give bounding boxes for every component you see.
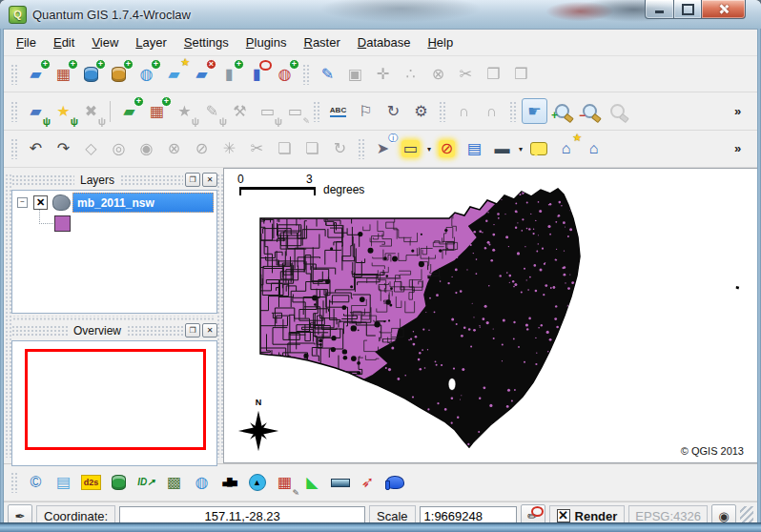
toolbar-attributes: ↶↷◇◎◉⊗⊘✳✂❏❏↻➤ⓘ▭▾⊘▤▬▾⌂★⌂» bbox=[4, 131, 757, 168]
close-button[interactable] bbox=[701, 0, 746, 19]
select-features-button[interactable]: ▭ bbox=[398, 136, 423, 162]
measure-button-dropdown[interactable]: ▾ bbox=[517, 145, 524, 153]
dock-handle[interactable] bbox=[5, 174, 11, 458]
menu-file[interactable]: File bbox=[8, 31, 45, 53]
dock-handle-right[interactable] bbox=[216, 174, 223, 458]
toolbar-drag-handle[interactable] bbox=[358, 138, 365, 159]
menu-settings[interactable]: Settings bbox=[175, 31, 237, 53]
menu-edit[interactable]: Edit bbox=[45, 31, 83, 53]
zoom-in-button[interactable]: + bbox=[549, 98, 575, 124]
undo-button[interactable]: ↶ bbox=[23, 136, 49, 162]
merge-features-button: ❏ bbox=[272, 136, 298, 162]
toolbar-drag-handle[interactable] bbox=[302, 64, 310, 85]
panel-float-icon[interactable] bbox=[185, 173, 200, 187]
toolbar-extension-row2-button[interactable]: » bbox=[725, 98, 751, 124]
pan-map-button[interactable]: ☛ bbox=[522, 98, 547, 124]
deselect-features-button[interactable]: ⊘ bbox=[434, 136, 460, 162]
menu-view[interactable]: View bbox=[83, 31, 127, 53]
add-vector-layer-button[interactable]: ▰+ bbox=[23, 61, 49, 87]
layers-panel-header[interactable]: Layers bbox=[11, 170, 217, 190]
minimize-button[interactable] bbox=[645, 0, 674, 19]
rotate-label-button[interactable]: ↻ bbox=[380, 98, 406, 124]
overview-extent-rectangle[interactable] bbox=[25, 349, 206, 450]
menu-plugins[interactable]: Plugins bbox=[237, 31, 296, 53]
add-wfs-layer-button[interactable]: ◍+ bbox=[272, 61, 298, 87]
raster-palette-plugin-button[interactable]: ▦✎ bbox=[272, 470, 298, 496]
toolbar-drag-handle[interactable] bbox=[10, 138, 18, 159]
open-attribute-table-button[interactable]: ▤ bbox=[462, 136, 487, 162]
toggle-editing-button[interactable]: ✎ bbox=[315, 61, 340, 87]
open-grass-mapset-button[interactable]: ▰ψ bbox=[23, 98, 49, 124]
toolbar-extension-row3-button[interactable]: » bbox=[725, 136, 751, 162]
overview-map[interactable] bbox=[11, 340, 217, 466]
title-bar[interactable]: Quantum GIS 1.7.4-Wroclaw bbox=[0, 0, 761, 30]
scale-bar-unit: degrees bbox=[323, 183, 364, 196]
spit-elephant-plugin-button[interactable] bbox=[382, 470, 408, 496]
layer-expander-icon[interactable] bbox=[17, 197, 28, 208]
new-bookmark-button[interactable]: ⌂★ bbox=[553, 136, 579, 162]
menu-raster[interactable]: Raster bbox=[295, 31, 348, 53]
label-properties-button[interactable]: ⚙ bbox=[408, 98, 434, 124]
text-annotation-plugin-button[interactable]: ▤ bbox=[51, 470, 76, 496]
mapserver-export-button[interactable]: ▮ bbox=[244, 61, 270, 87]
copyright-label-plugin-button[interactable]: © bbox=[23, 470, 49, 496]
minimize-icon bbox=[655, 10, 664, 13]
add-wms-layer-button[interactable]: ◍+ bbox=[134, 61, 159, 87]
toolbar-drag-handle[interactable] bbox=[10, 101, 18, 122]
dxf2shp-plugin-button[interactable]: d2s bbox=[78, 470, 104, 496]
new-shapefile-layer-button[interactable]: ▰★ bbox=[161, 61, 187, 87]
node-tool-button: ∴ bbox=[398, 61, 423, 87]
layers-panel: Layers mb_2011_nsw bbox=[11, 170, 217, 314]
add-postgis-layer-button[interactable]: + bbox=[78, 61, 104, 87]
overview-panel: Overview bbox=[11, 320, 217, 466]
window-title: Quantum GIS 1.7.4-Wroclaw bbox=[32, 8, 191, 22]
labeling-button[interactable]: ABC bbox=[325, 98, 351, 124]
delete-ring-button: ⊗ bbox=[161, 136, 187, 162]
panel-drag-texture bbox=[127, 325, 183, 337]
profile-plugin-button[interactable]: ▄█▅ bbox=[216, 470, 242, 496]
redo-button[interactable]: ↷ bbox=[51, 136, 76, 162]
identify-button[interactable]: ➤ⓘ bbox=[370, 136, 396, 162]
add-spatialite-layer-button[interactable]: + bbox=[106, 61, 132, 87]
toolbar-drag-handle[interactable] bbox=[10, 472, 18, 493]
toolbar-drag-handle[interactable] bbox=[10, 64, 18, 85]
layer-color-swatch[interactable] bbox=[54, 215, 71, 232]
panel-close-icon[interactable] bbox=[202, 173, 217, 187]
evis-db-connection-plugin-button[interactable] bbox=[106, 470, 132, 496]
overview-panel-header[interactable]: Overview bbox=[11, 320, 217, 340]
north-arrow-plugin-button[interactable]: ▲ bbox=[244, 470, 270, 496]
move-label-button[interactable]: ⚐ bbox=[353, 98, 379, 124]
map-canvas[interactable]: 0 3 degrees N © QGIS 2013 bbox=[223, 168, 757, 463]
menu-layer[interactable]: Layer bbox=[127, 31, 175, 53]
map-tips-button[interactable] bbox=[525, 136, 551, 162]
new-grass-mapset-button[interactable]: ★ψ bbox=[51, 98, 76, 124]
layers-panel-title: Layers bbox=[74, 174, 120, 187]
add-gpx-layer-button[interactable]: ▮+ bbox=[216, 61, 242, 87]
road-graph-plugin-button[interactable]: ➶ bbox=[355, 470, 380, 496]
layer-visibility-checkbox[interactable] bbox=[33, 195, 48, 210]
zoom-out-button[interactable]: − bbox=[577, 98, 603, 124]
add-grass-raster-layer-button[interactable]: ▦+ bbox=[144, 98, 170, 124]
toolbar-drag-handle[interactable] bbox=[313, 101, 320, 122]
show-bookmarks-button[interactable]: ⌂ bbox=[581, 136, 607, 162]
quick-print-plugin-button[interactable]: ◣ bbox=[299, 470, 325, 496]
layer-item-selected[interactable]: mb_2011_nsw bbox=[72, 193, 214, 213]
remove-layer-button[interactable]: ▰× bbox=[189, 61, 215, 87]
menu-database[interactable]: Database bbox=[349, 31, 420, 53]
scale-bar-plugin-button[interactable] bbox=[327, 470, 353, 496]
measure-button[interactable]: ▬ bbox=[489, 136, 515, 162]
toolbar-drag-handle[interactable] bbox=[509, 101, 517, 122]
add-grass-vector-layer-button[interactable]: ▰+ bbox=[116, 98, 142, 124]
evis-id-tool-plugin-button[interactable]: ID↗ bbox=[134, 470, 159, 496]
nsw-meshblock-map[interactable] bbox=[224, 169, 757, 462]
evis-event-browser-plugin-button[interactable]: ▩ bbox=[161, 470, 187, 496]
add-raster-layer-button[interactable]: ▦+ bbox=[51, 61, 76, 87]
maximize-button[interactable] bbox=[674, 0, 701, 19]
panel-float-icon[interactable] bbox=[185, 323, 200, 338]
panel-close-icon[interactable] bbox=[202, 323, 217, 338]
toolbar-drag-handle[interactable] bbox=[439, 101, 446, 122]
render-checkbox[interactable] bbox=[557, 509, 570, 522]
globe-plugin-button[interactable]: ◍ bbox=[189, 470, 215, 496]
menu-help[interactable]: Help bbox=[419, 31, 462, 53]
select-features-button-dropdown[interactable]: ▾ bbox=[425, 145, 433, 153]
